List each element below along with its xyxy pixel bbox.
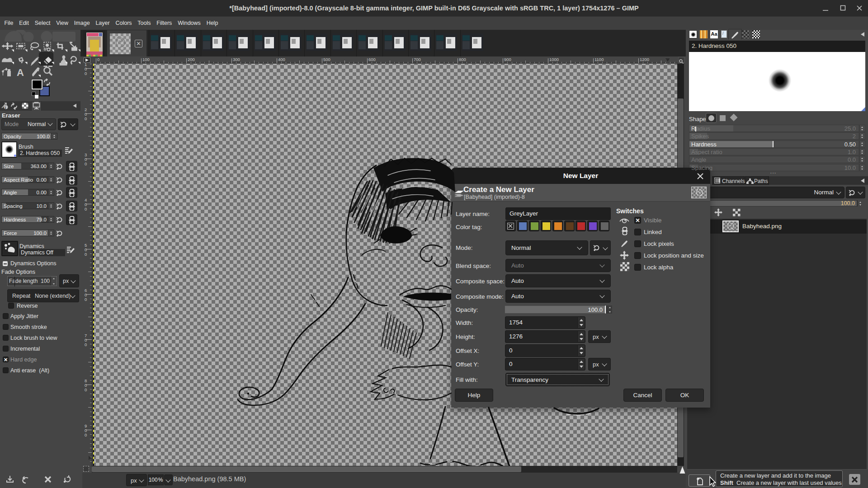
svg-text:200: 200 — [188, 57, 195, 62]
svg-text:0: 0 — [85, 252, 87, 257]
svg-text:1000: 1000 — [549, 57, 559, 62]
svg-text:0: 0 — [85, 206, 87, 211]
svg-text:0: 0 — [85, 342, 87, 347]
svg-text:0: 0 — [85, 161, 87, 166]
svg-text:A: A — [17, 67, 24, 77]
svg-text:400: 400 — [278, 57, 285, 62]
svg-text:0: 0 — [85, 432, 87, 437]
svg-text:0: 0 — [85, 297, 87, 302]
svg-text:0: 0 — [97, 57, 99, 62]
svg-text:0: 0 — [85, 71, 87, 76]
svg-text:0: 0 — [85, 116, 87, 121]
svg-text:600: 600 — [368, 57, 376, 62]
svg-text:0: 0 — [85, 387, 87, 392]
svg-text:300: 300 — [233, 57, 240, 62]
svg-text:800: 800 — [459, 57, 466, 62]
svg-text:1200: 1200 — [640, 57, 649, 62]
svg-text:1100: 1100 — [594, 57, 604, 62]
svg-text:500: 500 — [323, 57, 330, 62]
svg-text:700: 700 — [414, 57, 421, 62]
svg-text:900: 900 — [504, 57, 511, 62]
svg-text:100: 100 — [142, 57, 150, 62]
